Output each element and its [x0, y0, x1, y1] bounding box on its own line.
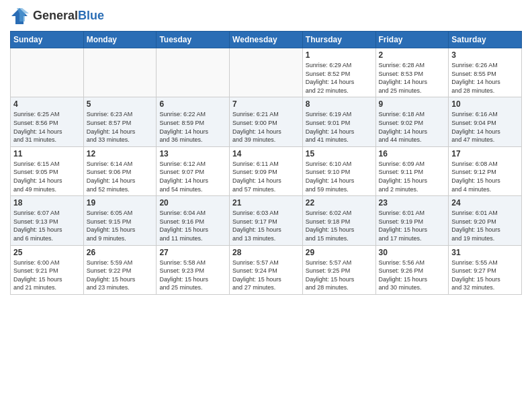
day-info: Sunrise: 6:29 AM Sunset: 8:52 PM Dayligh…: [306, 61, 373, 95]
day-number: 23: [379, 198, 446, 208]
day-info: Sunrise: 5:55 AM Sunset: 9:27 PM Dayligh…: [451, 259, 519, 292]
day-number: 10: [451, 99, 519, 109]
week-row-2: 4Sunrise: 6:25 AM Sunset: 8:56 PM Daylig…: [11, 97, 522, 146]
day-info: Sunrise: 6:01 AM Sunset: 9:19 PM Dayligh…: [379, 209, 446, 242]
calendar-cell: 26Sunrise: 5:59 AM Sunset: 9:22 PM Dayli…: [83, 245, 157, 294]
calendar-cell: 30Sunrise: 5:56 AM Sunset: 9:26 PM Dayli…: [375, 245, 449, 294]
day-number: 9: [379, 99, 446, 109]
day-info: Sunrise: 6:19 AM Sunset: 9:01 PM Dayligh…: [306, 110, 373, 144]
week-row-3: 11Sunrise: 6:15 AM Sunset: 9:05 PM Dayli…: [11, 146, 522, 195]
week-row-1: 1Sunrise: 6:29 AM Sunset: 8:52 PM Daylig…: [11, 48, 522, 97]
day-info: Sunrise: 6:04 AM Sunset: 9:16 PM Dayligh…: [159, 209, 226, 242]
logo: GeneralBlue: [10, 7, 104, 26]
day-number: 17: [451, 149, 519, 158]
day-info: Sunrise: 6:03 AM Sunset: 9:17 PM Dayligh…: [232, 209, 300, 242]
weekday-header-monday: Monday: [83, 32, 157, 48]
week-row-4: 18Sunrise: 6:07 AM Sunset: 9:13 PM Dayli…: [11, 196, 522, 245]
calendar-cell: 13Sunrise: 6:12 AM Sunset: 9:07 PM Dayli…: [157, 146, 230, 195]
day-info: Sunrise: 6:28 AM Sunset: 8:53 PM Dayligh…: [379, 61, 446, 95]
logo-general: GeneralBlue: [33, 9, 104, 23]
calendar-cell: [157, 48, 230, 97]
calendar-cell: 21Sunrise: 6:03 AM Sunset: 9:17 PM Dayli…: [230, 196, 303, 245]
calendar-cell: 16Sunrise: 6:09 AM Sunset: 9:11 PM Dayli…: [375, 146, 449, 195]
weekday-header-wednesday: Wednesday: [230, 32, 303, 48]
weekday-header-saturday: Saturday: [449, 32, 522, 48]
weekday-header-friday: Friday: [375, 32, 449, 48]
weekday-header-tuesday: Tuesday: [157, 32, 230, 48]
day-number: 1: [306, 50, 373, 60]
day-info: Sunrise: 5:56 AM Sunset: 9:26 PM Dayligh…: [379, 259, 446, 292]
day-info: Sunrise: 6:26 AM Sunset: 8:55 PM Dayligh…: [451, 61, 519, 95]
weekday-header-thursday: Thursday: [302, 32, 375, 48]
day-number: 21: [232, 198, 300, 208]
day-number: 12: [87, 149, 154, 158]
weekday-header-row: SundayMondayTuesdayWednesdayThursdayFrid…: [11, 32, 522, 48]
day-info: Sunrise: 6:02 AM Sunset: 9:18 PM Dayligh…: [306, 209, 373, 242]
day-number: 6: [159, 99, 226, 109]
calendar-cell: 17Sunrise: 6:08 AM Sunset: 9:12 PM Dayli…: [449, 146, 522, 195]
day-number: 29: [306, 248, 373, 257]
calendar-cell: 6Sunrise: 6:22 AM Sunset: 8:59 PM Daylig…: [157, 97, 230, 146]
day-info: Sunrise: 6:07 AM Sunset: 9:13 PM Dayligh…: [13, 209, 81, 242]
day-info: Sunrise: 6:15 AM Sunset: 9:05 PM Dayligh…: [13, 160, 81, 193]
day-number: 28: [232, 248, 300, 257]
calendar-cell: 23Sunrise: 6:01 AM Sunset: 9:19 PM Dayli…: [375, 196, 449, 245]
day-info: Sunrise: 6:09 AM Sunset: 9:11 PM Dayligh…: [379, 160, 446, 193]
calendar-cell: 12Sunrise: 6:14 AM Sunset: 9:06 PM Dayli…: [83, 146, 157, 195]
day-number: 30: [379, 248, 446, 257]
day-number: 22: [306, 198, 373, 208]
calendar-cell: 31Sunrise: 5:55 AM Sunset: 9:27 PM Dayli…: [449, 245, 522, 294]
calendar-cell: 20Sunrise: 6:04 AM Sunset: 9:16 PM Dayli…: [157, 196, 230, 245]
day-number: 4: [13, 99, 81, 109]
calendar-cell: 9Sunrise: 6:18 AM Sunset: 9:02 PM Daylig…: [375, 97, 449, 146]
calendar-cell: 5Sunrise: 6:23 AM Sunset: 8:57 PM Daylig…: [83, 97, 157, 146]
day-info: Sunrise: 6:11 AM Sunset: 9:09 PM Dayligh…: [232, 160, 300, 193]
day-number: 14: [232, 149, 300, 158]
header: GeneralBlue: [10, 7, 522, 26]
day-number: 2: [379, 50, 446, 60]
day-number: 7: [232, 99, 300, 109]
day-info: Sunrise: 6:01 AM Sunset: 9:20 PM Dayligh…: [451, 209, 519, 242]
calendar-cell: 19Sunrise: 6:05 AM Sunset: 9:15 PM Dayli…: [83, 196, 157, 245]
week-row-5: 25Sunrise: 6:00 AM Sunset: 9:21 PM Dayli…: [11, 245, 522, 294]
calendar-cell: 14Sunrise: 6:11 AM Sunset: 9:09 PM Dayli…: [230, 146, 303, 195]
day-number: 24: [451, 198, 519, 208]
calendar-cell: 24Sunrise: 6:01 AM Sunset: 9:20 PM Dayli…: [449, 196, 522, 245]
page: GeneralBlue SundayMondayTuesdayWednesday…: [0, 0, 532, 411]
day-info: Sunrise: 6:25 AM Sunset: 8:56 PM Dayligh…: [13, 110, 81, 144]
day-number: 16: [379, 149, 446, 158]
calendar-cell: 29Sunrise: 5:57 AM Sunset: 9:25 PM Dayli…: [302, 245, 375, 294]
logo-icon: [10, 7, 29, 26]
day-info: Sunrise: 6:12 AM Sunset: 9:07 PM Dayligh…: [159, 160, 226, 193]
day-number: 31: [451, 248, 519, 257]
day-info: Sunrise: 6:22 AM Sunset: 8:59 PM Dayligh…: [159, 110, 226, 144]
calendar-cell: 27Sunrise: 5:58 AM Sunset: 9:23 PM Dayli…: [157, 245, 230, 294]
logo-text: GeneralBlue: [33, 9, 104, 23]
day-info: Sunrise: 6:23 AM Sunset: 8:57 PM Dayligh…: [87, 110, 154, 144]
day-number: 8: [306, 99, 373, 109]
day-number: 25: [13, 248, 81, 257]
calendar-cell: 28Sunrise: 5:57 AM Sunset: 9:24 PM Dayli…: [230, 245, 303, 294]
day-number: 19: [87, 198, 154, 208]
day-info: Sunrise: 6:16 AM Sunset: 9:04 PM Dayligh…: [451, 110, 519, 144]
calendar-cell: 3Sunrise: 6:26 AM Sunset: 8:55 PM Daylig…: [449, 48, 522, 97]
calendar-cell: 11Sunrise: 6:15 AM Sunset: 9:05 PM Dayli…: [11, 146, 84, 195]
calendar-cell: 1Sunrise: 6:29 AM Sunset: 8:52 PM Daylig…: [302, 48, 375, 97]
day-info: Sunrise: 5:59 AM Sunset: 9:22 PM Dayligh…: [87, 259, 154, 292]
day-info: Sunrise: 6:18 AM Sunset: 9:02 PM Dayligh…: [379, 110, 446, 144]
calendar-cell: 2Sunrise: 6:28 AM Sunset: 8:53 PM Daylig…: [375, 48, 449, 97]
day-number: 20: [159, 198, 226, 208]
calendar-cell: [230, 48, 303, 97]
day-info: Sunrise: 5:57 AM Sunset: 9:24 PM Dayligh…: [232, 259, 300, 292]
day-number: 3: [451, 50, 519, 60]
calendar-cell: [83, 48, 157, 97]
day-number: 15: [306, 149, 373, 158]
day-info: Sunrise: 6:00 AM Sunset: 9:21 PM Dayligh…: [13, 259, 81, 292]
day-number: 18: [13, 198, 81, 208]
day-number: 13: [159, 149, 226, 158]
calendar-cell: 4Sunrise: 6:25 AM Sunset: 8:56 PM Daylig…: [11, 97, 84, 146]
calendar-cell: 18Sunrise: 6:07 AM Sunset: 9:13 PM Dayli…: [11, 196, 84, 245]
day-info: Sunrise: 5:58 AM Sunset: 9:23 PM Dayligh…: [159, 259, 226, 292]
calendar: SundayMondayTuesdayWednesdayThursdayFrid…: [10, 31, 522, 295]
day-info: Sunrise: 6:14 AM Sunset: 9:06 PM Dayligh…: [87, 160, 154, 193]
